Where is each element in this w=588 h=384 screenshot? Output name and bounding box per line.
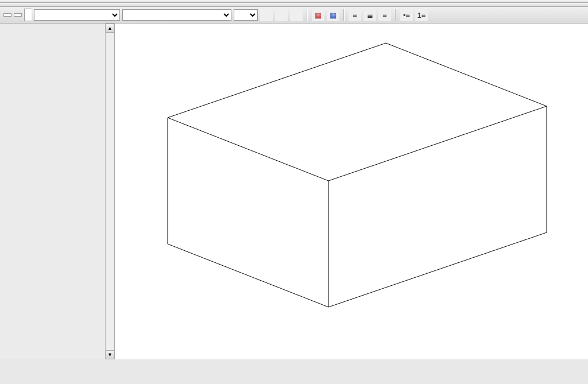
font-select[interactable]	[122, 9, 231, 21]
format-toolbar: ▦ ▦ ≡ ≣ ≡ •≡ 1≡	[0, 7, 588, 24]
document-canvas[interactable]	[115, 24, 588, 359]
align-center-button[interactable]: ≣	[363, 9, 376, 21]
plot-3d-surface[interactable]	[133, 37, 570, 336]
number-list-button[interactable]: 1≡	[415, 9, 428, 21]
mode-text-button[interactable]	[3, 13, 11, 17]
bullet-list-button[interactable]: •≡	[400, 9, 413, 21]
size-select[interactable]	[234, 9, 258, 21]
scroll-up-button[interactable]: ▲	[106, 24, 114, 33]
underline-button[interactable]	[290, 9, 303, 21]
scroll-down-button[interactable]: ▼	[106, 350, 114, 359]
style-icon	[24, 9, 32, 21]
mode-math-button[interactable]	[14, 13, 22, 17]
italic-button[interactable]	[275, 9, 288, 21]
highlight1-button[interactable]: ▦	[312, 9, 324, 21]
highlight2-button[interactable]: ▦	[327, 9, 339, 21]
align-left-button[interactable]: ≡	[349, 9, 361, 21]
style-select[interactable]	[34, 9, 120, 21]
plot-title	[115, 24, 588, 37]
separator	[307, 9, 308, 21]
bold-button[interactable]	[260, 9, 273, 21]
surface-svg	[133, 37, 570, 336]
sidebar-scrollbar[interactable]: ▲ ▼	[105, 24, 114, 359]
main-toolbar	[0, 3, 588, 7]
scroll-track[interactable]	[106, 33, 114, 350]
align-right-button[interactable]: ≡	[378, 9, 391, 21]
separator	[343, 9, 345, 21]
sidebar: ▲ ▼	[0, 24, 115, 359]
separator	[395, 9, 396, 21]
palette-container	[0, 24, 105, 359]
main-area: ▲ ▼	[0, 24, 588, 359]
